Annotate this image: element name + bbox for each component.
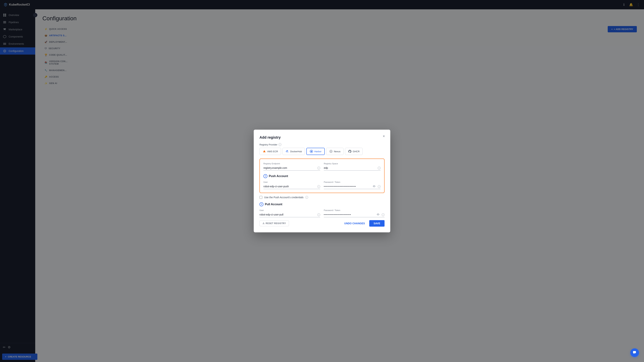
pull-account-header: ? Pull Account [260,202,384,206]
registry-space-field: Registry Space i [324,162,380,171]
pull-password-input[interactable] [324,212,384,217]
registry-endpoint-input[interactable] [264,165,320,171]
warning-icon: ⚠ [262,222,265,225]
harbor-icon [310,150,313,153]
pull-user-input-wrapper: i [260,212,320,217]
save-button[interactable]: SAVE [369,220,384,227]
space-info-icon[interactable]: i [378,167,380,169]
push-password-input[interactable] [324,184,380,189]
undo-changes-button[interactable]: UNDO CHANGES [342,221,367,226]
push-account-help-icon[interactable]: ? [264,174,268,178]
push-user-input-wrapper: i [264,184,320,189]
svg-rect-10 [286,151,286,152]
svg-point-16 [311,151,312,152]
registry-endpoint-input-wrapper: i [264,165,320,171]
aws-icon [262,150,266,153]
chat-icon [633,351,637,355]
provider-nexus[interactable]: Nexus [326,148,344,155]
pull-password-field: Password / Token i [324,209,384,217]
push-password-field: Password / Token i [324,181,380,189]
provider-options: AWS ECR DockerHub Harbor Nexus [260,148,384,155]
provider-dockerhub[interactable]: DockerHub [282,148,305,155]
modal-close-button[interactable]: × [381,133,387,139]
svg-rect-13 [286,150,287,151]
provider-aws-ecr[interactable]: AWS ECR [260,148,281,155]
modal-title: Add registry [260,135,384,139]
add-registry-modal: Add registry × Registry Provider i AWS E… [254,130,390,232]
use-push-credentials-info-icon[interactable]: i [305,196,308,199]
push-password-input-wrapper: i [324,184,380,189]
chat-bubble[interactable] [630,348,639,357]
registry-space-input[interactable] [324,165,380,171]
pull-account-help-icon[interactable]: ? [260,202,264,206]
push-account-header: ? Push Account [264,174,380,178]
nexus-icon [329,150,333,153]
push-user-input[interactable] [264,184,320,189]
endpoint-info-icon[interactable]: i [317,167,320,169]
svg-rect-14 [287,150,288,151]
modal-footer: ⚠ RESET REGISTRY UNDO CHANGES SAVE [260,220,384,227]
push-user-info-icon[interactable]: i [317,185,320,188]
pull-password-eye-icon[interactable] [376,213,380,217]
pull-password-input-wrapper: i [324,212,384,217]
pull-user-input[interactable] [260,212,320,217]
push-user-password-row: User i Password / Token i [264,181,380,189]
push-account-section: Registry Endpoint i Registry Space i ? [260,159,384,193]
github-icon [348,150,352,153]
footer-right: UNDO CHANGES SAVE [342,220,384,227]
provider-harbor[interactable]: Harbor [306,148,325,155]
pull-account-section: ? Pull Account User i Password / Token [260,202,384,217]
modal-overlay[interactable]: Add registry × Registry Provider i AWS E… [0,0,644,362]
push-password-eye-icon[interactable] [373,185,376,188]
push-user-field: User i [264,181,320,189]
push-password-info-icon[interactable]: i [378,185,380,188]
provider-ghcr[interactable]: GHCR [345,148,362,155]
use-push-credentials-label[interactable]: Use the Push Account's credentials [264,196,304,199]
pull-user-field: User i [260,209,320,217]
use-push-credentials-checkbox[interactable] [260,196,262,199]
pull-user-info-icon[interactable]: i [317,213,320,216]
registry-provider-info-icon[interactable]: i [278,143,282,146]
use-push-credentials-row: Use the Push Account's credentials i [260,196,384,199]
registry-space-input-wrapper: i [324,165,380,171]
pull-password-info-icon[interactable]: i [382,213,384,216]
svg-rect-11 [286,151,287,152]
svg-rect-12 [287,151,288,152]
endpoint-space-row: Registry Endpoint i Registry Space i [264,162,380,171]
docker-icon [286,150,289,153]
reset-registry-button[interactable]: ⚠ RESET REGISTRY [260,221,289,226]
registry-provider-label: Registry Provider i [260,143,384,146]
pull-user-password-row: User i Password / Token i [260,209,384,217]
registry-endpoint-field: Registry Endpoint i [264,162,320,171]
